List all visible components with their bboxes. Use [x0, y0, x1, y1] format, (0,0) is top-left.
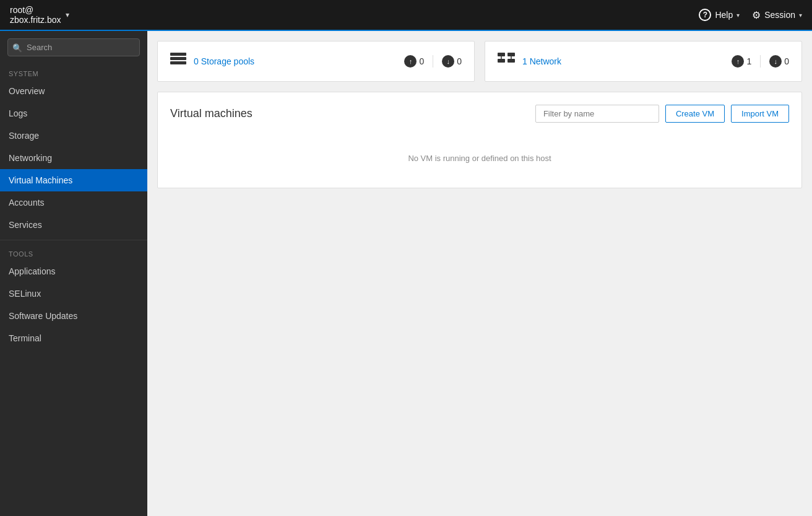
svg-rect-0	[170, 53, 186, 56]
sidebar-section-system: System Overview Logs Storage Networking …	[0, 64, 147, 236]
sidebar-item-overview[interactable]: Overview	[0, 80, 147, 102]
svg-rect-3	[498, 53, 505, 56]
search-input[interactable]	[7, 38, 140, 56]
sidebar-item-logs[interactable]: Logs	[0, 102, 147, 125]
sidebar-section-tools: Tools Applications SELinux Software Upda…	[0, 244, 147, 349]
sidebar-item-accounts[interactable]: Accounts	[0, 191, 147, 214]
header-actions: ? Help ▾ ⚙ Session ▾	[699, 9, 802, 21]
network-card: 1 Network ↑ 1 ↓ 0	[485, 41, 802, 82]
vm-header-right: Create VM Import VM	[535, 105, 789, 123]
help-chevron-icon: ▾	[736, 12, 740, 19]
session-chevron-icon: ▾	[799, 12, 802, 19]
stat-divider	[433, 55, 433, 68]
network-up-icon: ↑	[732, 55, 744, 68]
sidebar-item-terminal[interactable]: Terminal	[0, 327, 147, 349]
storage-pools-link[interactable]: 0 Storage pools	[194, 56, 254, 66]
network-icon	[498, 53, 515, 70]
network-stat-divider	[760, 55, 761, 68]
sidebar-item-storage[interactable]: Storage	[0, 125, 147, 147]
network-up-stat: ↑ 1	[732, 55, 751, 68]
summary-cards: 0 Storage pools ↑ 0 ↓ 0	[157, 41, 802, 82]
main-content: 0 Storage pools ↑ 0 ↓ 0	[147, 31, 812, 516]
sidebar-item-selinux[interactable]: SELinux	[0, 282, 147, 305]
system-section-label: System	[0, 64, 147, 80]
sidebar-item-software-updates[interactable]: Software Updates	[0, 305, 147, 327]
up-arrow-icon: ↑	[404, 55, 417, 68]
storage-pools-up-stat: ↑ 0	[404, 55, 424, 68]
svg-rect-2	[170, 61, 186, 64]
sidebar-item-services[interactable]: Services	[0, 214, 147, 236]
vm-filter-input[interactable]	[535, 105, 659, 123]
main-layout: 🔍 System Overview Logs Storage Networkin…	[0, 31, 812, 516]
tools-section-label: Tools	[0, 244, 147, 260]
vm-section: Virtual machines Create VM Import VM No …	[157, 92, 802, 188]
search-icon: 🔍	[12, 43, 22, 52]
storage-pools-icon	[170, 53, 186, 70]
search-container: 🔍	[0, 31, 147, 64]
sidebar: 🔍 System Overview Logs Storage Networkin…	[0, 31, 147, 516]
storage-pools-card: 0 Storage pools ↑ 0 ↓ 0	[157, 41, 475, 82]
help-button[interactable]: ? Help ▾	[699, 9, 740, 21]
session-button[interactable]: ⚙ Session ▾	[752, 9, 802, 21]
storage-pools-down-count: 0	[457, 56, 462, 66]
storage-pools-stats: ↑ 0 ↓ 0	[404, 55, 462, 68]
svg-rect-4	[508, 53, 515, 56]
down-arrow-icon: ↓	[442, 55, 454, 68]
svg-rect-6	[508, 59, 515, 63]
sidebar-item-virtual-machines[interactable]: Virtual Machines	[0, 169, 147, 191]
network-down-icon: ↓	[769, 55, 782, 68]
import-vm-button[interactable]: Import VM	[731, 105, 789, 123]
help-icon: ?	[699, 9, 711, 21]
svg-rect-5	[498, 59, 505, 63]
vm-title: Virtual machines	[170, 107, 253, 120]
storage-pools-down-stat: ↓ 0	[442, 55, 462, 68]
network-up-count: 1	[746, 56, 751, 66]
vm-empty-message: No VM is running or defined on this host	[170, 135, 789, 175]
vm-header: Virtual machines Create VM Import VM	[170, 105, 789, 123]
sidebar-item-applications[interactable]: Applications	[0, 260, 147, 282]
gear-icon: ⚙	[752, 9, 761, 21]
user-hostname[interactable]: root@ zbox.fritz.box ▾	[10, 5, 69, 25]
network-down-count: 0	[784, 56, 789, 66]
network-link[interactable]: 1 Network	[522, 56, 561, 66]
svg-rect-1	[170, 57, 186, 60]
user-label: root@ zbox.fritz.box	[10, 5, 61, 25]
network-down-stat: ↓ 0	[769, 55, 789, 68]
storage-pools-up-count: 0	[419, 56, 424, 66]
user-chevron-icon: ▾	[66, 11, 69, 19]
sidebar-divider	[0, 240, 147, 240]
network-stats: ↑ 1 ↓ 0	[732, 55, 789, 68]
top-header: root@ zbox.fritz.box ▾ ? Help ▾ ⚙ Sessio…	[0, 0, 812, 31]
sidebar-item-networking[interactable]: Networking	[0, 147, 147, 169]
create-vm-button[interactable]: Create VM	[665, 105, 725, 123]
